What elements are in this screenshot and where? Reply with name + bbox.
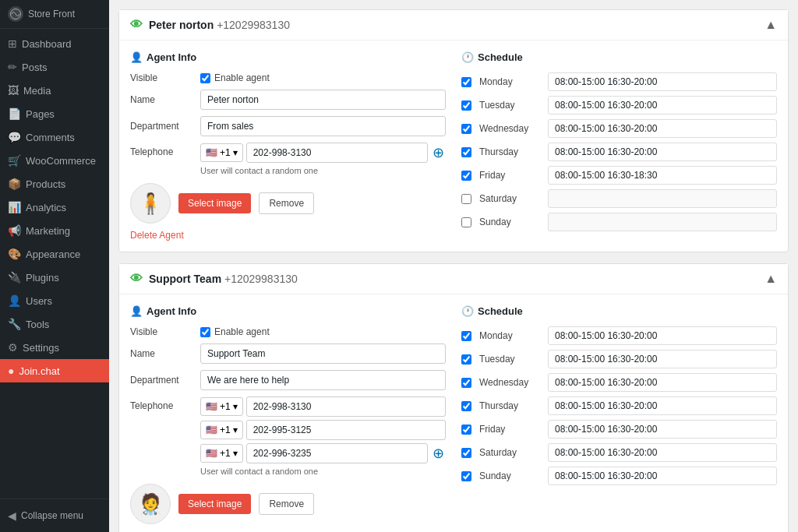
day-label-0-4: Friday [479,170,542,181]
enable-agent-checkbox-label-0[interactable]: Enable agent [200,72,270,83]
schedule-hours-input-1-3[interactable] [548,396,777,415]
sidebar-item-label: Posts [22,62,48,73]
schedule-checkbox-0-1[interactable] [461,100,471,111]
schedule-hours-input-0-4[interactable] [548,166,777,185]
sidebar-item-woocommerce[interactable]: 🛒 WooCommerce [0,149,109,172]
schedule-hours-input-0-1[interactable] [548,96,777,115]
schedule-checkbox-1-6[interactable] [461,471,471,481]
sidebar-item-comments[interactable]: 💬 Comments [0,125,109,149]
appearance-icon: 🎨 [8,248,21,260]
schedule-checkbox-0-0[interactable] [461,77,471,87]
department-input-1[interactable] [200,370,446,390]
schedule-hours-input-1-5[interactable] [548,443,777,462]
schedule-row-0-6: Sunday [461,213,777,231]
flag-emoji-0-0: 🇺🇸 [206,147,217,158]
name-input-1[interactable] [200,344,446,364]
schedule-hours-input-1-2[interactable] [548,373,777,392]
schedule-hours-input-1-1[interactable] [548,350,777,368]
enable-agent-checkbox-1[interactable] [200,327,210,337]
schedule-row-1-3: Thursday [461,396,777,415]
remove-image-btn-1[interactable]: Remove [259,493,314,515]
enable-agent-checkbox-label-1[interactable]: Enable agent [200,326,270,337]
schedule-hours-input-1-6[interactable] [548,467,777,485]
schedule-row-1-0: Monday [461,326,777,345]
add-phone-btn-0[interactable]: ⊕ [431,144,446,161]
schedule-hours-input-1-0[interactable] [548,326,777,345]
phone-flag-select-1-2[interactable]: 🇺🇸 +1 ▾ [200,444,243,463]
delete-agent-link-0[interactable]: Delete Agent [130,230,446,241]
schedule-checkbox-0-3[interactable] [461,147,471,157]
enable-agent-checkbox-0[interactable] [200,73,210,83]
day-label-0-6: Sunday [479,217,542,227]
schedule-checkbox-1-3[interactable] [461,401,471,411]
phone-input-1-1[interactable] [246,420,446,440]
schedule-checkbox-1-4[interactable] [461,425,471,435]
avatar-0: 🧍 [130,183,171,224]
collapse-agent-1[interactable]: ▲ [764,272,777,286]
phone-row-0-0: 🇺🇸 +1 ▾ ⊕ [200,143,446,163]
sidebar-item-analytics[interactable]: 📊 Analytics [0,196,109,219]
name-input-0[interactable] [200,90,446,110]
agent-card-0: 👁 Peter norton +12029983130 ▲ 👤 Agent In… [118,9,789,252]
phone-input-1-2[interactable] [246,443,428,463]
schedule-hours-input-0-0[interactable] [548,72,777,91]
select-image-btn-1[interactable]: Select image [178,494,251,514]
department-input-0[interactable] [200,116,446,136]
sidebar-item-label: Users [26,295,52,307]
collapse-agent-0[interactable]: ▲ [764,18,777,32]
sidebar-item-join-chat[interactable]: ● Join.chat [0,359,109,382]
phone-flag-select-1-0[interactable]: 🇺🇸 +1 ▾ [200,397,243,416]
phone-input-1-0[interactable] [246,396,446,417]
phone-row-1-0: 🇺🇸 +1 ▾ [200,396,446,417]
agent-name-1: Support Team +12029983130 [149,273,298,285]
sidebar-item-media[interactable]: 🖼 Media [0,79,109,102]
sidebar-item-tools[interactable]: 🔧 Tools [0,312,109,336]
flag-emoji-1-2: 🇺🇸 [206,448,217,459]
schedule-checkbox-1-1[interactable] [461,354,471,365]
sidebar-item-collapse[interactable]: ◀ Collapse menu [0,504,109,527]
sidebar-item-pages[interactable]: 📄 Pages [0,102,109,125]
dropdown-arrow-icon-0-0: ▾ [233,147,238,158]
department-label-0: Department [130,121,200,132]
add-phone-btn-1[interactable]: ⊕ [431,445,446,462]
phone-input-0-0[interactable] [246,143,428,163]
name-row-0: Name [130,90,446,110]
pages-icon: 📄 [8,107,21,120]
sidebar-item-marketing[interactable]: 📢 Marketing [0,219,109,242]
phone-flag-select-0-0[interactable]: 🇺🇸 +1 ▾ [200,143,243,162]
day-label-1-6: Sunday [479,470,542,481]
avatar-row-0: 🧍 Select image Remove [130,183,446,224]
schedule-checkbox-1-5[interactable] [461,448,471,458]
schedule-row-0-1: Tuesday [461,96,777,115]
sidebar-item-label: Plugins [26,272,59,284]
collapse-icon: ◀ [8,509,16,522]
agent-card-title-0: 👁 Peter norton +12029983130 [130,18,290,32]
phone-code-0-0: +1 [220,147,231,158]
schedule-hours-input-1-4[interactable] [548,420,777,439]
schedule-header-0: 🕐 Schedule [461,51,777,63]
schedule-checkbox-0-6[interactable] [461,217,471,227]
schedule-hours-input-0-2[interactable] [548,119,777,138]
select-image-btn-0[interactable]: Select image [178,193,251,213]
avatar-1: 🧑‍⚕️ [130,484,171,524]
sidebar-item-products[interactable]: 📦 Products [0,172,109,196]
sidebar-item-appearance[interactable]: 🎨 Appearance [0,242,109,266]
remove-image-btn-0[interactable]: Remove [259,192,314,214]
schedule-checkbox-0-5[interactable] [461,194,471,204]
schedule-checkbox-1-0[interactable] [461,331,471,341]
dropdown-arrow-icon-1-1: ▾ [233,425,238,435]
sidebar-item-settings[interactable]: ⚙ Settings [0,336,109,359]
sidebar-item-plugins[interactable]: 🔌 Plugins [0,266,109,289]
schedule-icon-0: 🕐 [461,51,474,63]
schedule-checkbox-1-2[interactable] [461,378,471,388]
day-label-0-3: Thursday [479,146,542,157]
schedule-checkbox-0-4[interactable] [461,171,471,181]
schedule-checkbox-0-2[interactable] [461,124,471,134]
sidebar-item-users[interactable]: 👤 Users [0,289,109,312]
sidebar-item-dashboard[interactable]: ⊞ Dashboard [0,32,109,55]
day-label-0-1: Tuesday [479,100,542,111]
day-label-0-5: Saturday [479,193,542,204]
sidebar-item-posts[interactable]: ✏ Posts [0,55,109,79]
schedule-hours-input-0-3[interactable] [548,143,777,161]
phone-flag-select-1-1[interactable]: 🇺🇸 +1 ▾ [200,421,243,439]
